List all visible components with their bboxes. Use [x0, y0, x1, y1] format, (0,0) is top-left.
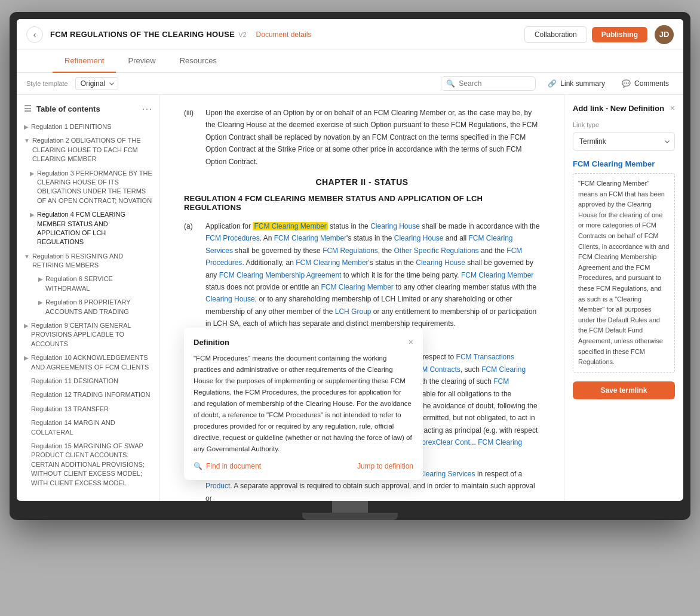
sidebar-item-reg10[interactable]: ▶ Regulation 10 ACKNOWLEDGEMENTS AND AGR…: [17, 351, 159, 374]
definition-text-panel: "FCM Clearing Member" means an FCM that …: [573, 173, 675, 373]
main-layout: ☰ Table of contents ⋯ ▶ Regulation 1 DEF…: [17, 95, 683, 501]
tab-refinement[interactable]: Refinement: [53, 50, 116, 73]
sidebar-item-reg8[interactable]: ▶ Regulation 8 PROPRIETARY ACCOUNTS AND …: [17, 295, 159, 319]
add-link-panel: Add link - New Definition × Link type Te…: [564, 95, 683, 408]
doc-details-link[interactable]: Document details: [256, 30, 312, 39]
product-link-c[interactable]: Product: [205, 482, 230, 490]
style-bar: Style template Original 🔍 🔗 Link summary…: [17, 73, 683, 95]
fcm-clearing-member-link4[interactable]: FCM Clearing Member: [461, 271, 533, 279]
clearing-house-link3[interactable]: Clearing House: [416, 258, 465, 267]
clearing-house-link4[interactable]: Clearing House: [205, 295, 255, 303]
content-intro: (iii) Upon the exercise of an Option by …: [184, 107, 540, 168]
fcm-membership-link[interactable]: FCM Clearing Membership Agreement: [219, 271, 342, 279]
sidebar-item-reg4[interactable]: ▶ Regulation 4 FCM CLEARING MEMBER STATU…: [17, 208, 159, 250]
link-type-select[interactable]: Termlink: [573, 132, 675, 151]
search-input[interactable]: [459, 79, 530, 88]
content-area: ‹ (iii) Upon the exercise of an Option b…: [160, 95, 564, 501]
lch-group-link[interactable]: LCH Group: [335, 307, 372, 316]
toc-title: ☰ Table of contents: [24, 104, 100, 113]
para-iii-text: Upon the exercise of an Option by or on …: [205, 107, 540, 168]
panel-close-button[interactable]: ×: [670, 103, 675, 113]
style-template-label: Style template: [26, 80, 68, 87]
popup-text: "FCM Procedures" means the document cont…: [194, 353, 413, 455]
tab-preview[interactable]: Preview: [116, 50, 167, 73]
fcm-regulations-link[interactable]: FCM Regulations: [323, 247, 378, 255]
fcm-clearing-member-link5[interactable]: FCM Clearing Member: [321, 283, 393, 291]
sidebar-item-reg11[interactable]: ▶ Regulation 11 DESIGNATION: [17, 374, 159, 388]
expand-icon: ▶: [24, 322, 29, 330]
back-button[interactable]: ‹: [26, 26, 43, 43]
sidebar-item-reg5[interactable]: ▼ Regulation 5 RESIGNING AND RETIRING ME…: [17, 250, 159, 273]
right-panel: Add link - New Definition × Link type Te…: [564, 95, 683, 501]
tab-resources[interactable]: Resources: [168, 50, 229, 73]
comments-button[interactable]: 💬 Comments: [617, 77, 674, 90]
publishing-button[interactable]: Publishing: [592, 27, 647, 42]
para-a: (a) Application for FCM Clearing Member …: [184, 220, 540, 330]
popup-footer: 🔍 Find in document Jump to definition: [194, 462, 413, 470]
sidebar-item-reg3[interactable]: ▶ Regulation 3 PERFORMANCE BY THE CLEARI…: [17, 167, 159, 208]
expand-icon: ▶: [38, 298, 43, 307]
panel-title: Add link - New Definition: [573, 104, 664, 113]
style-select[interactable]: Original: [75, 77, 118, 90]
toc-header: ☰ Table of contents ⋯: [17, 102, 159, 120]
sidebar-item-reg2[interactable]: ▼ Regulation 2 OBLIGATIONS OF THE CLEARI…: [17, 134, 159, 166]
avatar: JD: [655, 25, 674, 44]
expand-icon: ▶: [30, 211, 35, 219]
definition-popup: Definition × "FCM Procedures" means the …: [184, 328, 423, 480]
tab-bar: Refinement Preview Resources: [17, 50, 683, 73]
expand-icon: ▶: [38, 275, 43, 284]
sidebar-item-reg6[interactable]: ▶ Regulation 6 SERVICE WITHDRAWAL: [17, 272, 159, 295]
other-specific-link[interactable]: Other Specific Regulations: [394, 247, 479, 255]
find-in-document-button[interactable]: 🔍 Find in document: [194, 462, 261, 470]
doc-title: FCM REGULATIONS OF THE CLEARING HOUSE: [50, 30, 235, 39]
toc-more-button[interactable]: ⋯: [142, 102, 152, 115]
expand-icon: ▼: [24, 137, 30, 145]
fcm-clearing-member-link2[interactable]: FCM Clearing Member: [274, 234, 346, 242]
jump-to-definition-button[interactable]: Jump to definition: [357, 462, 413, 470]
link-summary-button[interactable]: 🔗 Link summary: [543, 77, 610, 90]
sidebar-item-reg14[interactable]: ▶ Regulation 14 MARGIN AND COLLATERAL: [17, 416, 159, 439]
link-icon: 🔗: [548, 79, 557, 88]
chapter-heading: CHAPTER II - STATUS: [184, 177, 540, 187]
comment-icon: 💬: [622, 79, 631, 88]
clearing-house-link[interactable]: Clearing House: [370, 222, 420, 230]
sidebar: ☰ Table of contents ⋯ ▶ Regulation 1 DEF…: [17, 95, 160, 501]
search-bar: 🔍: [441, 76, 536, 91]
expand-icon: ▶: [30, 170, 35, 178]
collaboration-button[interactable]: Collaboration: [524, 26, 587, 43]
sidebar-item-reg12[interactable]: ▶ Regulation 12 TRADING INFORMATION: [17, 388, 159, 402]
fcm-clearing-member-link3[interactable]: FCM Clearing Member: [296, 258, 368, 267]
expand-icon: ▼: [24, 252, 30, 261]
expand-icon: ▶: [24, 354, 29, 362]
fcm-procedures-link[interactable]: FCM Procedures: [205, 234, 260, 242]
doc-version: V2: [238, 31, 246, 38]
popup-title: Definition: [194, 338, 229, 347]
fcm-transactions-link[interactable]: FCM Transactions: [456, 353, 514, 361]
expand-icon: ▶: [24, 123, 29, 131]
sidebar-item-reg9[interactable]: ▶ Regulation 9 CERTAIN GENERAL PROVISION…: [17, 319, 159, 351]
search-icon: 🔍: [446, 79, 455, 88]
sidebar-item-reg15[interactable]: ▶ Regulation 15 MARGINING OF SWAP PRODUC…: [17, 439, 159, 490]
top-bar: ‹ FCM REGULATIONS OF THE CLEARING HOUSE …: [17, 19, 683, 50]
definition-name: FCM Clearing Member: [573, 159, 675, 168]
search-icon-popup: 🔍: [194, 462, 202, 470]
clearing-services-link-c[interactable]: Clearing Services: [419, 470, 475, 478]
regulation-heading: REGULATION 4 FCM CLEARING MEMBER STATUS …: [184, 194, 540, 212]
link-type-label: Link type: [573, 121, 675, 128]
save-termlink-button[interactable]: Save termlink: [573, 381, 675, 399]
toc-menu-icon: ☰: [24, 104, 32, 113]
sidebar-item-reg1[interactable]: ▶ Regulation 1 DEFINITIONS: [17, 120, 159, 134]
popup-close-button[interactable]: ×: [409, 337, 413, 347]
fcm-clearing-member-link-highlighted[interactable]: FCM Clearing Member: [253, 222, 327, 230]
clearing-house-link2[interactable]: Clearing House: [394, 234, 444, 242]
sidebar-item-reg13[interactable]: ▶ Regulation 13 TRANSFER: [17, 402, 159, 416]
